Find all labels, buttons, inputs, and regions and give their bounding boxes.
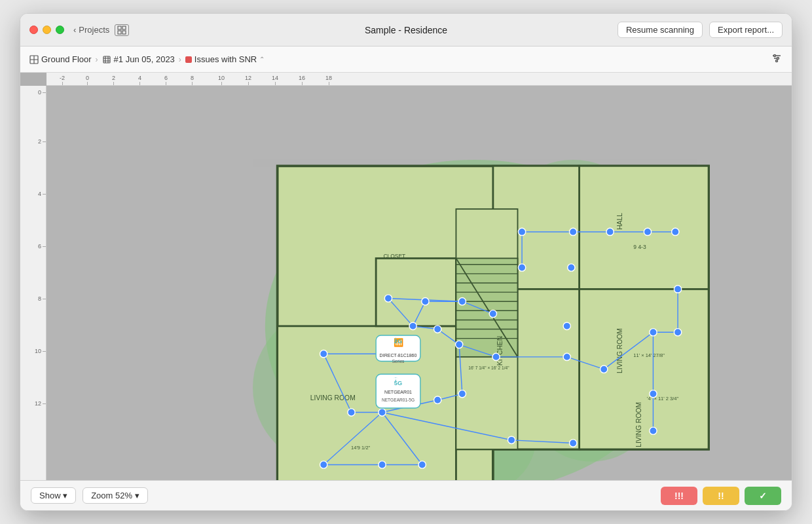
breadcrumb-bar: Ground Floor › #1 Jun 05, 2023 › Issues … [20, 47, 792, 73]
svg-rect-30 [278, 326, 456, 480]
floor-plan-icon [29, 55, 39, 64]
svg-rect-2 [118, 31, 121, 34]
filter-label: Issues with SNR [194, 54, 257, 64]
svg-point-109 [674, 286, 681, 293]
svg-text:LIVING ROOM: LIVING ROOM [310, 394, 356, 402]
svg-point-90 [570, 228, 577, 235]
maximize-button[interactable] [56, 26, 64, 34]
svg-point-100 [434, 326, 441, 333]
svg-point-97 [458, 298, 466, 305]
svg-text:16' 7 1/4" × 16' 2 1/4": 16' 7 1/4" × 16' 2 1/4" [468, 365, 509, 370]
traffic-lights [29, 26, 64, 34]
svg-rect-3 [122, 31, 126, 34]
svg-point-117 [650, 427, 657, 434]
svg-point-120 [320, 461, 327, 468]
svg-text:LIVING ROOM: LIVING ROOM [616, 328, 623, 373]
chevron-down-icon: ⌃ [259, 56, 265, 63]
breadcrumb-scan[interactable]: #1 Jun 05, 2023 [102, 54, 175, 64]
svg-point-106 [600, 365, 608, 373]
svg-point-113 [458, 390, 466, 398]
main-window: ‹ Projects Sample - Residence Resume sca… [20, 13, 792, 511]
svg-text:LIVING ROOM: LIVING ROOM [635, 402, 642, 447]
svg-text:9   4-3: 9 4-3 [633, 244, 646, 250]
grid-view-icon[interactable] [115, 24, 129, 36]
zoom-label: Zoom 52% ▾ [91, 491, 139, 500]
svg-point-122 [418, 461, 426, 468]
svg-point-114 [378, 409, 386, 416]
svg-point-93 [672, 228, 679, 235]
svg-text:CLOSET: CLOSET [383, 253, 405, 259]
status-badges: !!! !! ✓ [661, 487, 781, 505]
chevron-left-icon: ‹ [73, 25, 76, 35]
zoom-button[interactable]: Zoom 52% ▾ [83, 487, 147, 504]
main-content: -2 0 2 4 6 8 10 12 14 16 18 0 2 4 6 8 10… [20, 73, 792, 480]
breadcrumb-filter[interactable]: Issues with SNR ⌃ [185, 54, 265, 64]
svg-point-17 [776, 60, 778, 62]
svg-text:NETGEAR01: NETGEAR01 [384, 390, 412, 394]
nav-area: ‹ Projects [73, 24, 129, 36]
titlebar-actions: Resume scanning Export report... [618, 22, 783, 38]
svg-point-99 [409, 322, 416, 329]
svg-rect-1 [122, 26, 126, 29]
svg-point-91 [606, 228, 614, 235]
badge-warning[interactable]: !! [703, 487, 739, 505]
ruler-left: 0 2 4 6 8 10 12 [20, 86, 46, 480]
svg-point-15 [774, 54, 776, 56]
export-report-button[interactable]: Export report... [709, 22, 783, 38]
svg-point-94 [518, 264, 525, 271]
badge-red-value: !!! [674, 491, 684, 501]
filter-settings-icon[interactable] [771, 52, 783, 67]
svg-point-118 [507, 436, 515, 443]
scan-icon [102, 55, 111, 64]
svg-rect-31 [376, 258, 456, 326]
breadcrumb-sep-2: › [179, 55, 181, 64]
svg-point-112 [434, 396, 441, 403]
svg-text:DIRECT-81C1860: DIRECT-81C1860 [380, 353, 417, 358]
badge-ok[interactable]: ✓ [745, 487, 781, 505]
window-title: Sample - Residence [365, 25, 447, 35]
svg-point-105 [563, 353, 570, 360]
svg-rect-7 [103, 56, 110, 63]
svg-point-116 [650, 390, 657, 398]
resume-scanning-button[interactable]: Resume scanning [618, 22, 703, 38]
svg-rect-0 [118, 26, 121, 29]
svg-text:HALL: HALL [616, 213, 623, 230]
svg-point-101 [489, 310, 496, 317]
show-button[interactable]: Show ▾ [31, 487, 76, 504]
show-label: Show ▾ [39, 491, 67, 500]
svg-point-102 [563, 322, 570, 329]
titlebar: ‹ Projects Sample - Residence Resume sca… [20, 14, 792, 47]
breadcrumb-floor[interactable]: Ground Floor [29, 54, 92, 64]
close-button[interactable] [29, 26, 38, 34]
svg-rect-26 [580, 166, 709, 289]
breadcrumb-sep-1: › [96, 55, 98, 64]
svg-rect-28 [580, 289, 709, 449]
svg-point-119 [570, 440, 577, 447]
svg-point-121 [378, 461, 386, 468]
floor-plan-canvas[interactable]: HALL 9 4-3 LIVING ROOM 11' × 14' 27/8" K… [46, 86, 792, 480]
svg-text:11' × 14' 27/8": 11' × 14' 27/8" [633, 352, 665, 358]
badge-critical[interactable]: !!! [661, 487, 697, 505]
svg-text:14'9 1/2": 14'9 1/2" [351, 445, 371, 451]
svg-point-133 [395, 380, 396, 381]
svg-point-92 [644, 228, 651, 235]
red-dot-icon [185, 56, 192, 63]
svg-point-89 [518, 228, 525, 235]
badge-green-value: ✓ [759, 491, 767, 501]
minimize-button[interactable] [43, 26, 51, 34]
svg-point-132 [395, 341, 396, 342]
svg-point-103 [455, 341, 462, 348]
ruler-top: -2 0 2 4 6 8 10 12 14 16 18 [46, 73, 792, 86]
svg-point-96 [422, 298, 429, 305]
svg-point-107 [650, 329, 657, 336]
svg-point-104 [492, 353, 500, 360]
projects-label[interactable]: Projects [79, 25, 109, 35]
svg-text:NETGEAR01-5G: NETGEAR01-5G [382, 398, 415, 402]
svg-point-98 [384, 295, 392, 302]
svg-point-115 [348, 409, 355, 416]
canvas-area[interactable]: -2 0 2 4 6 8 10 12 14 16 18 0 2 4 6 8 10… [20, 73, 792, 480]
bottom-bar: Show ▾ Zoom 52% ▾ !!! !! ✓ [20, 480, 792, 510]
svg-point-95 [568, 264, 575, 271]
svg-text:Series: Series [392, 359, 405, 364]
projects-back-button[interactable]: ‹ Projects [73, 25, 109, 35]
